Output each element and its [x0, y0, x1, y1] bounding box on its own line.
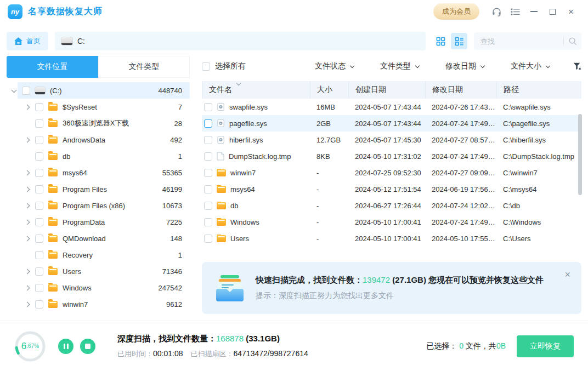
tree-item[interactable]: winwin7 9612	[7, 296, 190, 312]
expand-chevron-icon[interactable]	[24, 138, 30, 143]
tree-item-checkbox[interactable]	[35, 152, 43, 161]
search-input[interactable]	[480, 37, 559, 45]
support-headset-icon[interactable]	[487, 3, 506, 20]
expand-chevron-icon[interactable]	[24, 187, 30, 192]
table-row[interactable]: Users - 2024-05-10 17:00:41 2024-05-10 1…	[202, 230, 581, 247]
filter-funnel-icon[interactable]	[573, 62, 581, 71]
file-created: 2024-06-27 17:26:44	[348, 202, 425, 210]
home-button[interactable]: 首页	[7, 32, 48, 50]
tree-item[interactable]: $SysReset 7	[7, 99, 190, 115]
tree-item-checkbox[interactable]	[35, 267, 43, 276]
expand-chevron-icon[interactable]	[24, 105, 30, 110]
file-modified: 2024-06-19 17:56:49	[425, 185, 496, 193]
tree-item-checkbox[interactable]	[35, 218, 43, 226]
tree-item-count: 247542	[159, 284, 182, 292]
tree-item[interactable]: msys64 55365	[7, 164, 190, 181]
col-created[interactable]: 创建日期	[348, 81, 425, 99]
stop-button[interactable]	[80, 339, 95, 354]
tree-item[interactable]: ProgramData 7225	[7, 214, 190, 230]
table-row[interactable]: db - 2024-06-27 17:26:44 2024-07-24 12:0…	[202, 197, 581, 214]
folder-icon	[48, 252, 58, 259]
table-row[interactable]: Windows - 2024-05-10 17:00:41 2024-07-24…	[202, 214, 581, 230]
filter-dropdown[interactable]: 文件类型	[380, 61, 419, 71]
expand-chevron-icon[interactable]	[24, 269, 30, 275]
tree-item[interactable]: QMDownload 148	[7, 230, 190, 247]
table-row[interactable]: DumpStack.log.tmp 8KB 2024-05-10 17:31:0…	[202, 148, 581, 164]
tree-item[interactable]: Users 71346	[7, 263, 190, 279]
file-type-icon	[217, 152, 224, 161]
chevron-down-icon	[480, 64, 485, 68]
row-checkbox[interactable]	[204, 103, 212, 111]
tree-item[interactable]: Recovery 1	[7, 247, 190, 263]
filter-dropdown[interactable]: 文件大小	[511, 61, 550, 71]
tree-item-checkbox[interactable]	[35, 300, 43, 309]
view-toggles	[432, 33, 467, 49]
select-all-checkbox[interactable]	[202, 62, 210, 71]
filter-dropdown[interactable]: 文件状态	[315, 61, 354, 71]
col-filename[interactable]: 文件名	[202, 81, 310, 99]
become-member-button[interactable]: 成为会员	[433, 3, 479, 20]
tree-item-checkbox[interactable]	[35, 136, 43, 144]
expand-chevron-icon[interactable]	[24, 286, 30, 291]
tab-file-location[interactable]: 文件位置	[7, 56, 98, 78]
grid-view-button[interactable]	[432, 33, 449, 49]
tree-item-label: AndrowsData	[63, 136, 165, 144]
main-panel: 选择所有 文件状态 文件类型 修改日期 文件大小 文件名 大小 创	[202, 56, 581, 314]
tree-item[interactable]: Windows 247542	[7, 279, 190, 296]
row-checkbox[interactable]	[204, 152, 212, 161]
tree-item[interactable]: Program Files (x86) 10673	[7, 197, 190, 214]
tree-item-checkbox[interactable]	[35, 251, 43, 259]
tree-item[interactable]: (C:) 448740	[7, 82, 190, 99]
expand-chevron-icon[interactable]	[24, 236, 30, 242]
search-icon[interactable]	[568, 37, 577, 45]
expand-chevron-icon[interactable]	[11, 87, 16, 93]
tree-item[interactable]: 360极速浏览器X下载 28	[7, 115, 190, 132]
menu-list-icon[interactable]	[506, 3, 524, 20]
tree-item-checkbox[interactable]	[35, 185, 43, 193]
col-modified[interactable]: 修改日期	[425, 81, 496, 99]
drive-breadcrumb[interactable]: C:	[55, 32, 426, 50]
row-checkbox[interactable]	[204, 136, 212, 144]
tree-item-checkbox[interactable]	[35, 202, 43, 210]
col-size[interactable]: 大小	[310, 81, 348, 99]
file-path: C:\pagefile.sys	[496, 119, 581, 128]
close-button[interactable]: ×	[562, 3, 580, 20]
tab-file-type[interactable]: 文件类型	[98, 56, 190, 78]
filter-dropdown[interactable]: 修改日期	[445, 61, 484, 71]
table-row[interactable]: pagefile.sys 2GB 2024-05-07 17:43:44 202…	[202, 115, 581, 132]
tree-item-checkbox[interactable]	[35, 169, 43, 177]
maximize-button[interactable]	[543, 3, 562, 20]
banner-close-icon[interactable]: ×	[564, 270, 570, 279]
row-checkbox[interactable]	[204, 185, 212, 193]
tree-item-checkbox[interactable]	[35, 235, 43, 243]
tree-item-checkbox[interactable]	[35, 119, 43, 128]
expand-chevron-icon[interactable]	[24, 170, 30, 176]
row-checkbox[interactable]	[204, 169, 212, 177]
tree-item-checkbox[interactable]	[22, 87, 30, 95]
expand-chevron-icon[interactable]	[24, 220, 30, 225]
list-view-button[interactable]	[451, 33, 467, 49]
tree-item-checkbox[interactable]	[35, 103, 43, 111]
row-checkbox[interactable]	[204, 218, 212, 226]
expand-chevron-icon[interactable]	[24, 203, 30, 209]
tree-item-count: 448740	[159, 87, 182, 95]
file-name: pagefile.sys	[229, 119, 267, 128]
tree-item-count: 7225	[166, 218, 182, 226]
recover-now-button[interactable]: 立即恢复	[517, 335, 574, 357]
table-row[interactable]: swapfile.sys 16MB 2024-05-07 17:43:44 20…	[202, 99, 581, 115]
table-row[interactable]: hiberfil.sys 12.7GB 2024-05-07 17:45:30 …	[202, 132, 581, 148]
col-path[interactable]: 路径	[496, 81, 581, 99]
minimize-button[interactable]	[524, 3, 543, 20]
row-checkbox[interactable]	[204, 202, 212, 210]
vertical-scrollbar[interactable]	[578, 114, 582, 195]
expand-chevron-icon[interactable]	[24, 302, 30, 307]
row-checkbox[interactable]	[204, 235, 212, 243]
tree-item[interactable]: db 1	[7, 148, 190, 164]
tree-item-checkbox[interactable]	[35, 284, 43, 292]
table-row[interactable]: msys64 - 2024-05-12 17:51:54 2024-06-19 …	[202, 181, 581, 197]
tree-item[interactable]: AndrowsData 492	[7, 132, 190, 148]
row-checkbox[interactable]	[204, 119, 212, 128]
pause-button[interactable]	[58, 339, 74, 354]
tree-item[interactable]: Program Files 46199	[7, 181, 190, 197]
table-row[interactable]: winwin7 - 2024-07-25 09:52:30 2024-07-27…	[202, 164, 581, 181]
